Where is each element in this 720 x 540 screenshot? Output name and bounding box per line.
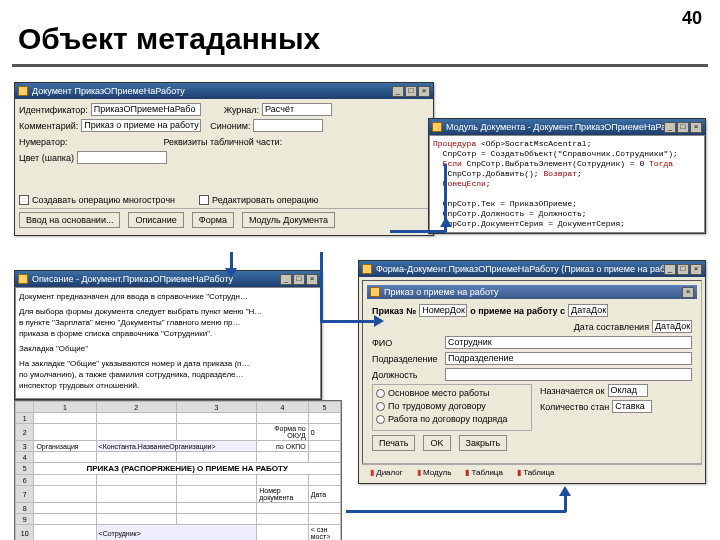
fio-label: ФИО [372, 338, 442, 348]
doc-properties-window: Документ ПриказОПриемеНаРаботу _ □ × Иде… [14, 82, 434, 236]
oklad-field[interactable]: Оклад [608, 384, 648, 397]
create-op-checkbox[interactable] [19, 195, 29, 205]
basis-button[interactable]: Ввод на основании... [19, 212, 120, 228]
col-4: 4 [257, 402, 309, 413]
form-button[interactable]: Форма [192, 212, 234, 228]
minimize-icon[interactable]: _ [280, 274, 292, 285]
close-icon[interactable]: × [306, 274, 318, 285]
journal-field[interactable]: Расчёт [262, 103, 332, 116]
podr-field[interactable]: Подразделение [445, 352, 692, 365]
window-title: Документ ПриказОПриемеНаРаботу [32, 86, 392, 96]
arrow [320, 320, 380, 323]
synonym-field[interactable] [253, 119, 323, 132]
maximize-icon[interactable]: □ [293, 274, 305, 285]
description-window: Описание - Документ.ПриказОПриемеНаРабот… [14, 270, 322, 400]
edit-op-label: Редактировать операцию [212, 195, 319, 205]
arrow-head-icon [440, 217, 452, 227]
radio-contract[interactable] [376, 402, 385, 411]
window-title: Описание - Документ.ПриказОПриемеНаРабот… [32, 274, 280, 284]
fio-field[interactable]: Сотрудник [445, 336, 692, 349]
col-1: 1 [34, 402, 96, 413]
close-icon[interactable]: × [682, 287, 694, 298]
org-constant: <Константа.НазваниеОрганизации> [96, 441, 257, 452]
desc-icon [18, 274, 28, 284]
titlebar[interactable]: Описание - Документ.ПриказОПриемеНаРабот… [15, 271, 321, 287]
tab-module[interactable]: ▮ Модуль [413, 467, 456, 478]
code-area[interactable]: Процедура <Обр>SocratMscAcentral; СпрСот… [429, 135, 705, 233]
create-op-label: Создавать операцию многострочн [32, 195, 175, 205]
titlebar[interactable]: Модуль Документа - Документ.ПриказОПрием… [429, 119, 705, 135]
tab-table[interactable]: ▮ Таблица [461, 467, 507, 478]
sotrudnik-field: <Сотрудник> [96, 525, 257, 541]
minimize-icon[interactable]: _ [664, 264, 676, 275]
arrow [320, 252, 323, 322]
date-field[interactable]: ДатаДок [568, 304, 608, 317]
head-list[interactable] [77, 151, 167, 164]
arrow-head-icon [559, 486, 571, 496]
unique-label: Реквизиты табличной части: [163, 137, 282, 147]
form-icon [362, 264, 372, 274]
dolzh-field[interactable] [445, 368, 692, 381]
date-text: о приеме на работу с [470, 306, 565, 316]
order-num-field[interactable]: НомерДок [419, 304, 467, 317]
tab-table2[interactable]: ▮ Таблица [513, 467, 559, 478]
arrow-head-icon [225, 268, 237, 278]
close-icon[interactable]: × [690, 264, 702, 275]
module-tab-icon: ▮ [417, 468, 421, 477]
close-button[interactable]: Закрыть [459, 435, 508, 451]
print-template[interactable]: 12345 1 2Форма по ОКУД0 3Организация<Кон… [14, 400, 342, 540]
page-title: Объект метаданных [18, 22, 720, 56]
arrow [346, 510, 566, 513]
minimize-icon[interactable]: _ [664, 122, 676, 133]
arrow-head-icon [374, 315, 384, 327]
close-icon[interactable]: × [418, 86, 430, 97]
col-3: 3 [176, 402, 256, 413]
window-title: Модуль Документа - Документ.ПриказОПрием… [446, 122, 664, 132]
head-label: Цвет (шапка) [19, 153, 74, 163]
form-designer-window: Форма-Документ.ПриказОПриемеНаРаботу (Пр… [358, 260, 706, 484]
table-icon: ▮ [465, 468, 469, 477]
titlebar[interactable]: Документ ПриказОПриемеНаРаботу _ □ × [15, 83, 433, 99]
description-text: Документ предназначен для ввода в справо… [15, 287, 321, 399]
inner-icon [370, 287, 380, 297]
synonym-label: Синоним: [210, 121, 250, 131]
inner-title: Приказ о приеме на работу [384, 287, 682, 297]
tab-dialog[interactable]: ▮ Диалог [366, 467, 407, 478]
window-title: Форма-Документ.ПриказОПриемеНаРаботу (Пр… [376, 264, 664, 274]
maximize-icon[interactable]: □ [677, 122, 689, 133]
module-window: Модуль Документа - Документ.ПриказОПрием… [428, 118, 706, 234]
journal-label: Журнал: [224, 105, 259, 115]
arrow [390, 230, 446, 233]
dolzh-label: Должность [372, 370, 442, 380]
module-icon [432, 122, 442, 132]
col-2: 2 [96, 402, 176, 413]
order-title: ПРИКАЗ (РАСПОРЯЖЕНИЕ) О ПРИЕМЕ НА РАБОТУ [34, 463, 341, 475]
desc-button[interactable]: Описание [128, 212, 183, 228]
edit-op-checkbox[interactable] [199, 195, 209, 205]
stavka-field[interactable]: Ставка [612, 400, 652, 413]
ident-label: Идентификатор: [19, 105, 88, 115]
radio-podryad[interactable] [376, 415, 385, 424]
print-button[interactable]: Печать [372, 435, 415, 451]
comment-label: Комментарий: [19, 121, 78, 131]
comment-field[interactable]: Приказ о приеме на работу [81, 119, 201, 132]
numerator-label: Нумератор: [19, 137, 67, 147]
table-icon: ▮ [517, 468, 521, 477]
ident-field[interactable]: ПриказОПриемеНаРабо [91, 103, 201, 116]
dialog-icon: ▮ [370, 468, 374, 477]
page-number: 40 [682, 8, 702, 29]
ok-button[interactable]: OK [423, 435, 450, 451]
doc-icon [18, 86, 28, 96]
module-button[interactable]: Модуль Документа [242, 212, 335, 228]
maximize-icon[interactable]: □ [405, 86, 417, 97]
title-rule [12, 64, 708, 67]
maximize-icon[interactable]: □ [677, 264, 689, 275]
radio-main-job[interactable] [376, 389, 385, 398]
titlebar[interactable]: Форма-Документ.ПриказОПриемеНаРаботу (Пр… [359, 261, 705, 277]
col-5: 5 [308, 402, 340, 413]
minimize-icon[interactable]: _ [392, 86, 404, 97]
date-created-field[interactable]: ДатаДок [652, 320, 692, 333]
podr-label: Подразделение [372, 354, 442, 364]
order-num-label: Приказ № [372, 306, 416, 316]
close-icon[interactable]: × [690, 122, 702, 133]
